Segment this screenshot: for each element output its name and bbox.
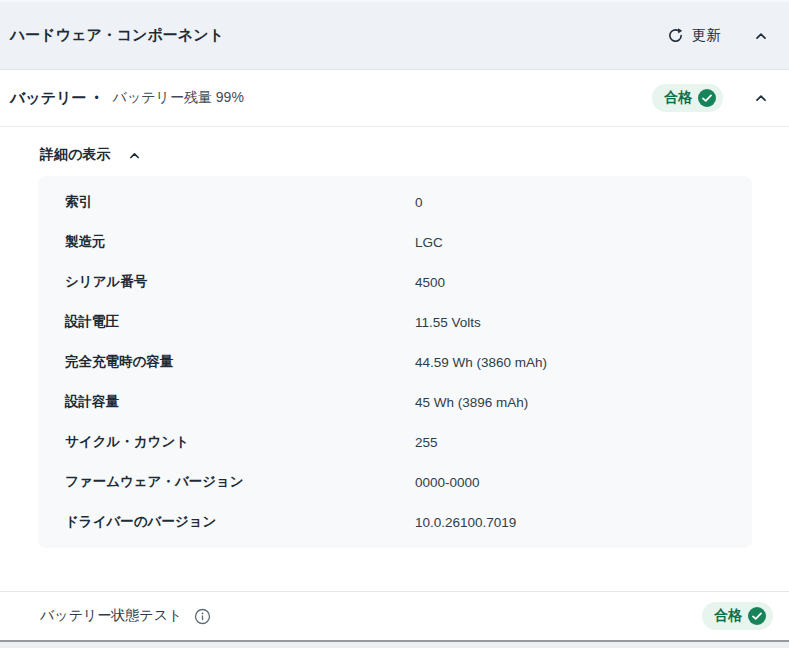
status-badge: 合格 (652, 84, 723, 112)
detail-row: 製造元 LGC (38, 222, 752, 262)
check-circle-icon (748, 607, 766, 625)
chevron-up-icon (753, 28, 769, 44)
detail-value: 11.55 Volts (415, 315, 481, 330)
battery-details-panel: 索引 0 製造元 LGC シリアル番号 4500 設計電圧 11.55 Volt… (38, 176, 752, 548)
detail-value: 0000-0000 (415, 475, 480, 490)
detail-row: 設計容量 45 Wh (3896 mAh) (38, 382, 752, 422)
info-button[interactable] (194, 608, 211, 625)
details-toggle-button[interactable]: 詳細の表示 (40, 146, 789, 164)
detail-label: 設計容量 (65, 393, 415, 411)
detail-label: 製造元 (65, 233, 415, 251)
detail-row: 完全充電時の容量 44.59 Wh (3860 mAh) (38, 342, 752, 382)
detail-label: シリアル番号 (65, 273, 415, 291)
detail-row: サイクル・カウント 255 (38, 422, 752, 462)
detail-label: ドライバーのバージョン (65, 513, 415, 531)
refresh-icon (667, 27, 684, 44)
detail-row: ドライバーのバージョン 10.0.26100.7019 (38, 502, 752, 542)
battery-summary-row: バッテリー • バッテリー残量 99% 合格 (0, 70, 789, 127)
detail-value: 255 (415, 435, 438, 450)
status-badge-label: 合格 (664, 89, 692, 107)
section-header: ハードウェア・コンポーネント 更新 (0, 0, 789, 70)
detail-value: 45 Wh (3896 mAh) (415, 395, 528, 410)
check-circle-icon (698, 89, 716, 107)
detail-label: 完全充電時の容量 (65, 353, 415, 371)
info-icon (194, 608, 211, 625)
detail-row: 索引 0 (38, 182, 752, 222)
refresh-label: 更新 (692, 26, 721, 45)
page-title: ハードウェア・コンポーネント (10, 26, 665, 45)
hardware-components-panel: ハードウェア・コンポーネント 更新 バッテリー • バッテリー残量 99% (0, 0, 789, 654)
detail-label: 索引 (65, 193, 415, 211)
detail-value: 4500 (415, 275, 445, 290)
battery-charge-summary: バッテリー残量 99% (113, 89, 244, 107)
battery-test-left: バッテリー状態テスト (40, 607, 702, 625)
detail-row: 設計電圧 11.55 Volts (38, 302, 752, 342)
section-collapse-button[interactable] (749, 24, 773, 48)
detail-value: 10.0.26100.7019 (415, 515, 516, 530)
detail-label: 設計電圧 (65, 313, 415, 331)
status-badge: 合格 (702, 602, 773, 630)
status-badge-label: 合格 (714, 607, 742, 625)
detail-label: サイクル・カウント (65, 433, 415, 451)
window-bottom-edge (0, 640, 789, 648)
battery-test-row: バッテリー状態テスト 合格 (0, 592, 789, 640)
chevron-up-icon (128, 149, 141, 162)
detail-value: 44.59 Wh (3860 mAh) (415, 355, 547, 370)
refresh-button[interactable]: 更新 (665, 22, 723, 49)
chevron-up-icon (753, 90, 769, 106)
battery-summary-text: バッテリー • バッテリー残量 99% (10, 89, 652, 108)
detail-label: ファームウェア・バージョン (65, 473, 415, 491)
bullet-separator: • (94, 91, 98, 105)
battery-name: バッテリー (10, 89, 86, 108)
battery-collapse-button[interactable] (749, 86, 773, 110)
detail-value: 0 (415, 195, 423, 210)
details-toggle-label: 詳細の表示 (40, 146, 110, 164)
detail-row: ファームウェア・バージョン 0000-0000 (38, 462, 752, 502)
battery-test-label: バッテリー状態テスト (40, 607, 182, 625)
detail-value: LGC (415, 235, 443, 250)
detail-row: シリアル番号 4500 (38, 262, 752, 302)
